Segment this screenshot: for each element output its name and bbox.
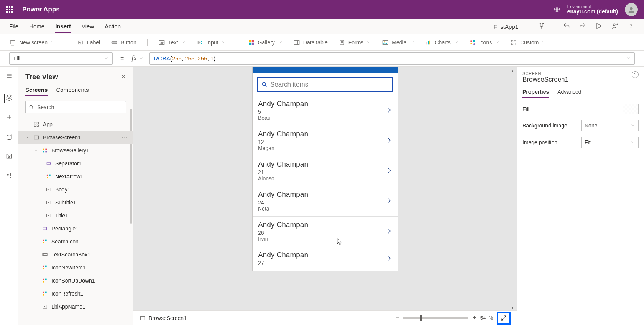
tree-node-searchicon1[interactable]: SearchIcon1 [18, 235, 133, 248]
menu-action[interactable]: Action [105, 21, 121, 33]
props-tab-properties[interactable]: Properties [522, 87, 549, 98]
ribbon-new-screen[interactable]: New screen [9, 39, 55, 46]
property-selector[interactable]: Fill [9, 52, 113, 65]
scroll-up-icon[interactable]: ▲ [511, 69, 514, 73]
ribbon-media[interactable]: Media [382, 39, 414, 46]
ribbon-input[interactable]: Input [196, 39, 226, 46]
tree-node-nextarrow1[interactable]: NextArrow1 [18, 170, 133, 183]
ribbon-button[interactable]: Button [111, 39, 136, 46]
environment-picker[interactable]: Environment enayu.com (default) [567, 4, 618, 15]
chevron-right-icon[interactable] [385, 255, 393, 263]
chevron-right-icon[interactable] [385, 106, 393, 115]
share-button[interactable] [611, 22, 619, 31]
prop-fill-swatch[interactable] [623, 104, 639, 114]
ribbon-icons[interactable]: Icons [469, 39, 499, 46]
chevron-right-icon[interactable] [385, 227, 393, 236]
zoom-in-button[interactable]: + [472, 314, 476, 322]
rail-tools[interactable] [5, 172, 13, 181]
svg-rect-38 [37, 125, 38, 126]
props-tab-advanced[interactable]: Advanced [557, 87, 581, 98]
title-bar: Power Apps Environment enayu.com (defaul… [0, 0, 644, 19]
gallery-item[interactable]: Andy Champan24Neta [253, 186, 398, 217]
app-launcher-icon[interactable] [6, 6, 13, 13]
tree-node-iconsortupdown1[interactable]: IconSortUpDown1 [18, 274, 133, 287]
app-icon [33, 121, 40, 128]
formula-input[interactable]: RGBA(255, 255, 255, 1) [150, 52, 635, 65]
tree-node-subtitle1[interactable]: Subtitle1 [18, 196, 133, 209]
menu-file[interactable]: File [9, 21, 18, 33]
chevron-right-icon[interactable] [385, 197, 393, 206]
tree-node-title1[interactable]: Title1 [18, 209, 133, 222]
tree-node-textsearchbox1[interactable]: TextSearchBox1 [18, 248, 133, 261]
menu-insert[interactable]: Insert [55, 21, 71, 33]
menu-home[interactable]: Home [29, 21, 44, 33]
preview-button[interactable] [595, 22, 603, 31]
tree-node-rectangle11[interactable]: Rectangle11 [18, 222, 133, 235]
tree-tab-components[interactable]: Components [56, 84, 89, 96]
tree-node-browsegallery1[interactable]: BrowseGallery1 [18, 144, 133, 157]
tree-node-iconrefresh1[interactable]: IconRefresh1 [18, 287, 133, 300]
ribbon-label[interactable]: Label [77, 39, 100, 46]
gallery-item[interactable]: Andy Champan27 [253, 247, 398, 271]
formula-func: RGBA [154, 55, 170, 62]
scroll-down-icon[interactable]: ▼ [511, 305, 514, 310]
ribbon-new-screen-label: New screen [19, 39, 48, 46]
ribbon-text[interactable]: ab Text [158, 39, 186, 46]
app-checker-button[interactable] [538, 22, 545, 31]
help-button[interactable] [627, 22, 635, 31]
tree-node-lblappname1[interactable]: LblAppName1 [18, 300, 133, 313]
ribbon-data-table[interactable]: Data table [293, 39, 328, 46]
gallery-item[interactable]: Andy Champan12Megan [253, 126, 398, 156]
chevron-right-icon[interactable] [385, 137, 393, 145]
rectangle-icon [41, 225, 48, 232]
help-icon[interactable]: ? [632, 71, 639, 78]
ribbon-custom[interactable]: Custom [510, 39, 546, 46]
tree-node-separator1[interactable]: Separator1 [18, 157, 133, 170]
ribbon-forms[interactable]: Forms [338, 39, 371, 46]
tree-node-app[interactable]: App [18, 118, 133, 131]
chevron-down-icon[interactable] [626, 55, 631, 62]
zoom-out-button[interactable]: − [396, 314, 400, 322]
rail-data[interactable] [5, 133, 13, 142]
fx-icon[interactable]: fx [131, 54, 136, 62]
menu-view[interactable]: View [82, 21, 94, 33]
chevron-down-icon [366, 39, 371, 46]
chevron-down-icon[interactable] [25, 136, 30, 139]
gallery-item[interactable]: Andy Champan21Alonso [253, 156, 398, 186]
canvas[interactable]: ▲ ▼ Search items Andy Champan5BeauAndy C… [133, 67, 517, 325]
tree-node-iconnewitem1[interactable]: IconNewItem1 [18, 261, 133, 274]
undo-button[interactable] [563, 22, 570, 31]
zoom-slider[interactable] [403, 317, 468, 319]
gallery-item[interactable]: Andy Champan5Beau [253, 96, 398, 126]
gallery-item[interactable]: Andy Champan26Irvin [253, 217, 398, 247]
device-preview[interactable]: Search items Andy Champan5BeauAndy Champ… [252, 67, 398, 271]
rail-media[interactable] [5, 152, 13, 161]
rail-tree-view[interactable] [4, 94, 13, 103]
prop-image-pos-select[interactable]: Fit [581, 137, 639, 148]
more-icon[interactable]: ··· [122, 134, 128, 140]
tree-node-browsescreen1[interactable]: BrowseScreen1 ··· [18, 131, 133, 144]
chevron-down-icon[interactable] [139, 56, 143, 62]
redo-button[interactable] [579, 22, 586, 31]
ribbon-charts[interactable]: Charts [425, 39, 458, 46]
user-avatar[interactable] [625, 3, 638, 16]
chevron-right-icon[interactable] [385, 167, 393, 176]
canvas-scrollbar[interactable]: ▲ ▼ [510, 69, 515, 310]
svg-point-33 [8, 157, 10, 158]
app-name[interactable]: FirstApp1 [494, 23, 521, 30]
tree-node-body1[interactable]: Body1 [18, 183, 133, 196]
tree-tab-screens[interactable]: Screens [25, 84, 48, 96]
gallery-item-subtitle: 5 [258, 109, 392, 115]
rail-insert[interactable] [5, 113, 13, 122]
prop-bg-image-select[interactable]: None [581, 120, 639, 131]
chevron-down-icon[interactable] [34, 149, 38, 152]
fit-to-window-button[interactable] [497, 312, 511, 325]
preview-search-input[interactable]: Search items [257, 77, 393, 92]
gallery-item-subtitle: 24 [258, 199, 392, 206]
svg-rect-36 [37, 122, 38, 124]
zoom-value: 54 [480, 315, 486, 321]
tree-search-input[interactable]: Search [25, 101, 126, 113]
ribbon-gallery[interactable]: Gallery [248, 39, 283, 46]
hamburger-icon[interactable] [5, 72, 13, 81]
close-icon[interactable] [121, 74, 126, 80]
